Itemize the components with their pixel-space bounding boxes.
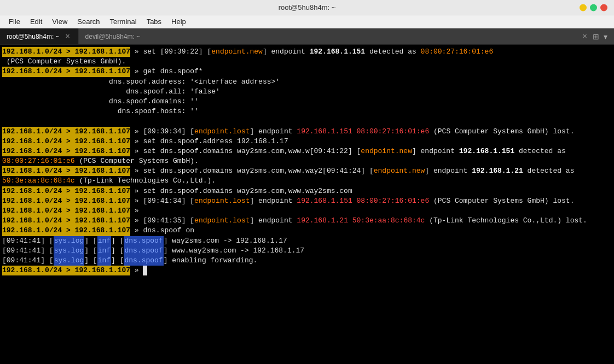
maximize-button[interactable]: [590, 4, 597, 11]
terminal-line-15: 192.168.1.0/24 > 192.168.1.107 » dns.spo…: [0, 226, 614, 236]
line-2-content: » get dns.spoof*: [130, 67, 203, 77]
minimize-button[interactable]: [580, 4, 587, 11]
line-14-ip: 192.168.1.21: [297, 216, 348, 226]
terminal-line-3: dns.spoof.address: '<interface address>': [0, 77, 614, 87]
line-10-b: ] endpoint: [425, 166, 472, 176]
terminal-line-19: 192.168.1.0/24 > 192.168.1.107 »: [0, 266, 614, 275]
line-17-c: ] [: [111, 246, 124, 256]
terminal[interactable]: 192.168.1.0/24 > 192.168.1.107 » set [09…: [0, 45, 614, 364]
line-9-c: detected as: [514, 146, 570, 156]
line-9-a: » set dns.spoof.domains way2sms.com,www.…: [130, 146, 361, 156]
line-12-d: (PCS Computer Systems GmbH) lost.: [429, 196, 574, 206]
line-10-c: detected as: [523, 166, 578, 176]
line-9-b: ] endpoint: [412, 146, 459, 156]
menu-file[interactable]: File: [4, 16, 25, 27]
line-16-c: ] [: [111, 236, 124, 246]
line-5: dns.spoof.domains: '': [2, 97, 199, 107]
menu-view[interactable]: View: [48, 16, 72, 27]
prompt-ip-2: 192.168.1.0/24 > 192.168.1.107: [2, 67, 130, 77]
prompt-ip-12: 192.168.1.0/24 > 192.168.1.107: [2, 266, 130, 275]
line-10-d: (Tp-Link Technologies Co.,Ltd.).: [75, 176, 216, 186]
inf-2: inf: [97, 246, 111, 256]
line-12-c: [352, 196, 357, 206]
line-9-ip: 192.168.1.151: [459, 146, 514, 156]
line-7-d: (PCS Computer Systems GmbH) lost.: [429, 127, 574, 137]
terminal-line-6: dns.spoof.hosts: '': [0, 107, 614, 116]
line-19: »: [130, 266, 143, 275]
prompt-ip-11: 192.168.1.0/24 > 192.168.1.107: [2, 226, 130, 236]
terminal-line-12: 192.168.1.0/24 > 192.168.1.107 » [09:41:…: [0, 196, 614, 206]
window-title: root@5hu8h4m: ~: [279, 3, 336, 11]
line-10-mac: 50:3e:aa:8c:68:4c: [2, 176, 75, 186]
dnsspoof-1: dns.spoof: [124, 236, 163, 246]
prompt-ip-10: 192.168.1.0/24 > 192.168.1.107: [2, 216, 130, 226]
menu-tabs[interactable]: Tabs: [142, 16, 166, 27]
menu-help[interactable]: Help: [167, 16, 190, 27]
line-12-ip: 192.168.1.151: [297, 196, 352, 206]
inf-1: inf: [97, 236, 111, 246]
line-8: » set dns.spoof.address 192.168.1.17: [130, 137, 288, 146]
line-14-b: ] endpoint: [250, 216, 297, 226]
prompt-ip-7: 192.168.1.0/24 > 192.168.1.107: [2, 186, 130, 196]
tab-menu-button[interactable]: ▾: [604, 32, 607, 41]
endpoint-new-1: endpoint.new: [211, 47, 263, 57]
line-16-b: ] [: [84, 236, 97, 246]
line-18-d: ] enabling forwarding.: [164, 256, 258, 266]
terminal-blank-1: [0, 116, 614, 126]
line-7-c: [352, 127, 357, 137]
line-9-d: (PCS Computer Systems GmbH).: [75, 156, 199, 166]
terminal-line-11: 192.168.1.0/24 > 192.168.1.107 » set dns…: [0, 186, 614, 196]
line-16-d: ] way2sms.com -> 192.168.1.17: [164, 236, 287, 246]
line-13: »: [130, 206, 139, 216]
line-1-content: » set [09:39:22] [: [130, 47, 211, 57]
prompt-ip-6: 192.168.1.0/24 > 192.168.1.107: [2, 166, 130, 176]
line-10-ip: 192.168.1.21: [472, 166, 523, 176]
dnsspoof-2: dns.spoof: [124, 246, 163, 256]
line-7-ip: 192.168.1.151: [297, 127, 352, 137]
tab-actions: ✕ ⊞ ▾: [581, 32, 607, 41]
line-14-d: (Tp-Link Technologies Co.,Ltd.) lost.: [425, 216, 587, 226]
terminal-line-17: [09:41:41] [sys.log] [inf] [dns.spoof] w…: [0, 246, 614, 256]
line-1-c: 192.168.1.151: [310, 47, 365, 57]
syslog-2: sys.log: [54, 246, 85, 256]
tab-root[interactable]: root@5hu8h4m: ~ ✕: [0, 28, 79, 44]
line-7-b: ] endpoint: [250, 127, 297, 137]
line-17-b: ] [: [84, 246, 97, 256]
terminal-line-13: 192.168.1.0/24 > 192.168.1.107 »: [0, 206, 614, 216]
line-18-b: ] [: [84, 256, 97, 266]
prompt-ip-9: 192.168.1.0/24 > 192.168.1.107: [2, 206, 130, 216]
line-18-c: ] [: [111, 256, 124, 266]
tab-devil-label: devil@5hu8h4m: ~: [85, 33, 141, 40]
terminal-line-5: dns.spoof.domains: '': [0, 97, 614, 107]
line-1-e: 08:00:27:16:01:e6: [421, 47, 494, 57]
line-11: » set dns.spoof.domains way2sms.com,www.…: [130, 186, 352, 196]
syslog-3: sys.log: [54, 256, 85, 266]
close-button[interactable]: [600, 4, 607, 11]
prompt-ip-3: 192.168.1.0/24 > 192.168.1.107: [2, 127, 130, 137]
menu-terminal[interactable]: Terminal: [106, 16, 141, 27]
line-12-a: » [09:41:34] [: [130, 196, 194, 206]
menu-edit[interactable]: Edit: [26, 16, 47, 27]
endpoint-new-3: endpoint.new: [374, 166, 425, 176]
tab-devil-close[interactable]: ✕: [581, 33, 588, 40]
dnsspoof-3: dns.spoof: [124, 256, 163, 266]
terminal-line-9: 192.168.1.0/24 > 192.168.1.107 » set dns…: [0, 146, 614, 166]
line-7-a: » [09:39:34] [: [130, 127, 194, 137]
prompt-ip-1: 192.168.1.0/24 > 192.168.1.107: [2, 47, 130, 57]
terminal-line-16: [09:41:41] [sys.log] [inf] [dns.spoof] w…: [0, 236, 614, 246]
tab-devil-section: devil@5hu8h4m: ~ ✕ ⊞ ▾: [79, 28, 614, 44]
tab-new-button[interactable]: ⊞: [593, 32, 599, 41]
line-14-a: » [09:41:35] [: [130, 216, 194, 226]
line-12-b: ] endpoint: [250, 196, 297, 206]
terminal-line-4: dns.spoof.all: 'false': [0, 87, 614, 97]
line-14-c: [348, 216, 352, 226]
line-17-d: ] www.way2sms.com -> 192.168.1.17: [164, 246, 304, 256]
prompt-ip-4: 192.168.1.0/24 > 192.168.1.107: [2, 137, 130, 146]
line-18-a: [09:41:41] [: [2, 256, 54, 266]
line-1-f: (PCS Computer Systems GmbH).: [2, 57, 126, 67]
endpoint-lost-1: endpoint.lost: [194, 127, 250, 137]
tab-root-close[interactable]: ✕: [64, 33, 72, 40]
menu-search[interactable]: Search: [73, 16, 104, 27]
title-bar: root@5hu8h4m: ~: [0, 0, 614, 15]
line-1-d: detected as: [365, 47, 420, 57]
